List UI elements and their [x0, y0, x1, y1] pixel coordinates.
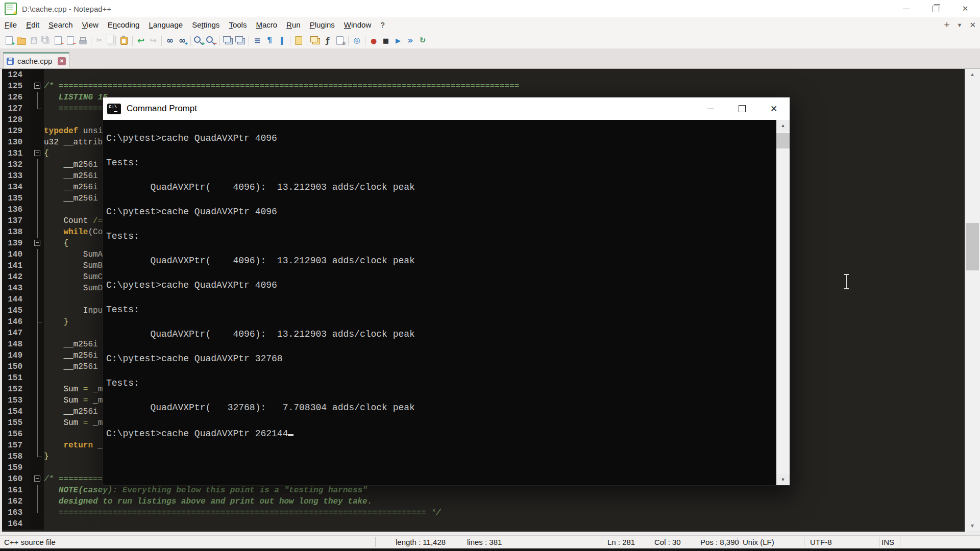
fold-collapse-marker[interactable]: [31, 81, 44, 92]
cut-icon[interactable]: ✂: [93, 34, 106, 47]
fold-collapse-marker[interactable]: [31, 148, 44, 159]
line-number: 161: [2, 485, 31, 496]
save-icon[interactable]: [28, 34, 40, 47]
cmd-titlebar[interactable]: C:\ Command Prompt ✕: [103, 97, 790, 120]
command-prompt-window[interactable]: C:\ Command Prompt ✕ C:\pytest>cache Qua…: [103, 97, 790, 485]
line-number: 159: [2, 462, 31, 473]
scroll-up-icon[interactable]: ▲: [965, 69, 980, 80]
editor-horizontal-scrollbar[interactable]: [0, 532, 980, 535]
user-defined-language-icon[interactable]: [292, 34, 305, 47]
indent-guide-icon[interactable]: ‖: [276, 34, 288, 47]
undo-icon[interactable]: ↩: [135, 34, 147, 47]
replace-icon[interactable]: ∞+: [176, 34, 188, 47]
restore-icon: [933, 6, 939, 12]
line-number: 127: [2, 103, 31, 114]
monitoring-icon[interactable]: ◎: [351, 34, 363, 47]
menu-plugins[interactable]: Plugins: [305, 17, 339, 33]
status-doc-type: C++ source file: [4, 536, 56, 548]
document-map-icon[interactable]: [309, 34, 322, 47]
print-icon[interactable]: [77, 34, 89, 47]
cmd-console[interactable]: C:\pytest>cache QuadAVXPtr 4096 Tests: Q…: [103, 120, 776, 485]
paste-icon[interactable]: [118, 34, 130, 47]
tab-close-icon[interactable]: ✕: [58, 57, 66, 65]
cmd-scroll-down-icon[interactable]: ▼: [776, 474, 790, 485]
zoom-in-icon[interactable]: +: [193, 34, 205, 47]
menu-encoding[interactable]: Encoding: [103, 17, 144, 33]
menu-settings[interactable]: Settings: [187, 17, 224, 33]
saved-floppy-icon: [7, 58, 14, 65]
zoom-out-icon[interactable]: −: [205, 34, 217, 47]
menu-macro[interactable]: Macro: [251, 17, 282, 33]
macro-play-icon[interactable]: ▶: [392, 34, 404, 47]
cmd-maximize-button[interactable]: [726, 97, 758, 120]
fold-collapse-marker[interactable]: [31, 238, 44, 249]
line-number: 155: [2, 417, 31, 429]
menu-search[interactable]: Search: [44, 17, 78, 33]
macro-stop-icon[interactable]: ■: [380, 34, 392, 47]
toolbar-separator: [161, 36, 162, 46]
show-all-characters-icon[interactable]: ¶: [263, 34, 276, 47]
scroll-down-icon[interactable]: ▼: [965, 520, 980, 532]
tab-label: cache.cpp: [17, 57, 58, 65]
sync-vertical-scrolling-icon[interactable]: [222, 34, 234, 47]
window-title: D:\cache.cpp - Notepad++: [22, 5, 111, 13]
macro-run-multiple-icon[interactable]: ↻: [416, 34, 429, 47]
menu-file[interactable]: File: [0, 17, 21, 33]
editor-scrollbar-thumb[interactable]: [966, 223, 979, 270]
menu-run[interactable]: Run: [282, 17, 305, 33]
new-tab-button[interactable]: +: [944, 19, 949, 31]
open-file-icon[interactable]: [15, 34, 28, 47]
menu-language[interactable]: Language: [144, 17, 187, 33]
copy-icon[interactable]: [106, 34, 118, 47]
macro-save-icon[interactable]: »: [404, 34, 416, 47]
close-icon[interactable]: −: [52, 34, 64, 47]
close-all-icon[interactable]: −: [64, 34, 77, 47]
cmd-minimize-button[interactable]: [695, 97, 726, 120]
find-icon[interactable]: ∞: [164, 34, 176, 47]
menu-tools[interactable]: Tools: [224, 17, 251, 33]
fold-margin[interactable]: [31, 69, 44, 530]
fold-collapse-marker[interactable]: [31, 473, 44, 485]
fold-guide: [31, 462, 44, 473]
notepadpp-icon: [5, 3, 17, 15]
status-separator: [737, 537, 738, 547]
cmd-scroll-up-icon[interactable]: ▲: [776, 120, 790, 131]
console-output: C:\pytest>cache QuadAVXPtr 4096 Tests: Q…: [103, 120, 776, 440]
new-file-icon[interactable]: +: [3, 34, 15, 47]
line-number: 147: [2, 328, 31, 339]
menu-view[interactable]: View: [78, 17, 103, 33]
line-number: 143: [2, 283, 31, 294]
line-number: 131: [2, 148, 31, 159]
fold-guide: [31, 260, 44, 271]
line-number-gutter: 1241251261271281291301311321331341351361…: [2, 69, 31, 530]
line-number: 163: [2, 507, 31, 518]
line-number: 139: [2, 238, 31, 249]
menu-window[interactable]: Window: [339, 17, 376, 33]
fold-guide: [31, 193, 44, 204]
menu-help[interactable]: ?: [376, 17, 389, 33]
word-wrap-icon[interactable]: ≡: [251, 34, 263, 47]
status-insert-mode: INS: [881, 536, 894, 548]
cmd-vertical-scrollbar[interactable]: ▲ ▼: [776, 120, 790, 485]
tab-list-dropdown-icon[interactable]: ▼: [957, 22, 963, 28]
cmd-close-button[interactable]: ✕: [758, 97, 790, 120]
editor-vertical-scrollbar[interactable]: ▲ ▼: [965, 69, 980, 532]
function-list-icon[interactable]: ƒ: [322, 34, 334, 47]
line-number: 158: [2, 451, 31, 462]
macro-record-icon[interactable]: ●: [368, 34, 380, 47]
redo-icon[interactable]: ↪: [147, 34, 159, 47]
close-button[interactable]: ✕: [950, 0, 980, 17]
line-number: 137: [2, 215, 31, 227]
minimize-button[interactable]: [891, 0, 921, 17]
tab-cache-cpp[interactable]: cache.cpp ✕: [3, 52, 69, 68]
save-all-icon[interactable]: [40, 34, 52, 47]
close-tab-button[interactable]: ✕: [969, 20, 976, 30]
fold-guide: [31, 126, 44, 137]
cmd-scrollbar-thumb[interactable]: [776, 133, 790, 148]
document-list-icon[interactable]: ≡: [334, 34, 346, 47]
close-icon: ✕: [770, 105, 777, 113]
fold-guide: [31, 271, 44, 283]
restore-button[interactable]: [921, 0, 950, 17]
sync-horizontal-scrolling-icon[interactable]: [234, 34, 247, 47]
menu-edit[interactable]: Edit: [21, 17, 44, 33]
